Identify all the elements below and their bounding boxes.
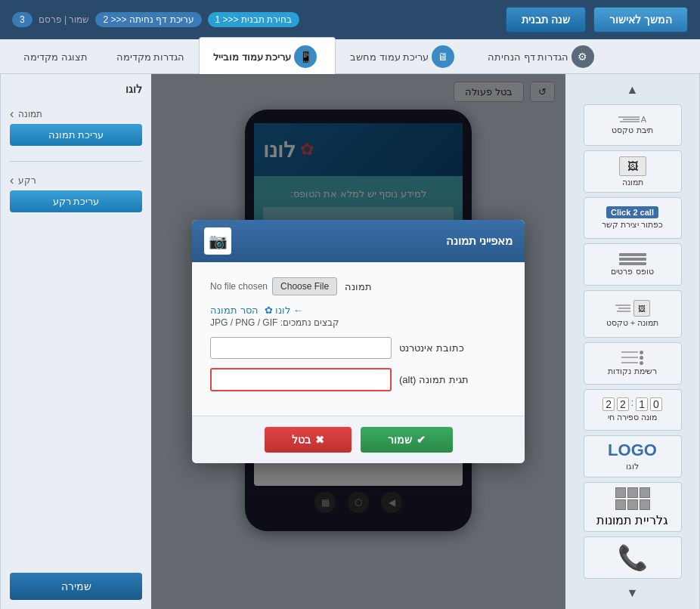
edit-image-button[interactable]: עריכת תמונה [10, 124, 142, 146]
click2call-label: כפתור יצירת קשר [602, 220, 663, 230]
gallery-icon [614, 486, 652, 512]
continue-button[interactable]: המשך לאישור [593, 7, 688, 32]
click2call-icon: Click 2 call [606, 206, 658, 218]
center-area: ↺ בטל פעולה ✿ לונו למידע נוסף יש למלא את… [151, 74, 565, 609]
image-row-label: תמונה [345, 281, 372, 292]
sidebar-item-imagetext[interactable]: 🖼 תמונה + טקסט [584, 290, 682, 338]
sidebar-item-logo[interactable]: LOGO לוגו [584, 435, 682, 477]
tab-mobile[interactable]: 📱 עריכת עמוד מובייל [199, 37, 336, 76]
sidebar: ▲ A תיבת טקסט 🖼 תמונה Click 2 call [565, 74, 700, 609]
tab-advanced[interactable]: הגדרות מקדימה [102, 43, 200, 70]
panel-image-label: תמונה [18, 109, 42, 119]
image-label: תמונה [622, 178, 643, 187]
url-input-row: כתובת אינטרנט [210, 337, 506, 359]
modal-body: תמונה No file chosen Choose File ← לונו … [192, 262, 525, 416]
sidebar-item-countdown[interactable]: 0 1 : 2 2 מונה ספירה חי [584, 389, 682, 431]
gear-icon: ⚙ [571, 45, 594, 68]
modal-header-icon: 📷 [204, 227, 231, 255]
modal-header: מאפייני תמונה 📷 [192, 220, 525, 262]
step1-badge: בחירת תבנית <<< 1 [208, 12, 300, 27]
panel-arrow-right: › [10, 107, 14, 121]
image-properties-modal: מאפייני תמונה 📷 תמונה No file chosen Cho… [192, 220, 525, 463]
panel-bg-label: רקע [18, 175, 36, 186]
change-template-button[interactable]: שנה תבנית [506, 7, 586, 32]
panel-logo-title: לוגו [10, 83, 142, 95]
panel-divider [10, 161, 142, 162]
cancel-x-icon: ✖ [315, 434, 324, 446]
image-links-row: ← לונו ✿ הסר תמונה קבצים נתמכים: JPG / P… [210, 304, 506, 328]
chevron-up-icon: ▲ [627, 83, 639, 97]
modal-overlay: מאפייני תמונה 📷 תמונה No file chosen Cho… [151, 74, 565, 609]
image-icon: 🖼 [619, 156, 646, 176]
save-check-icon: ✔ [417, 434, 426, 446]
form-label: טופס פרטים [611, 267, 653, 277]
alt-input-row: תגית תמונה (alt) [210, 368, 506, 391]
modal-title: מאפייני תמונה [446, 234, 513, 248]
url-input[interactable] [210, 337, 392, 359]
edit-bg-button[interactable]: עריכת רקע [10, 190, 142, 212]
form-icon [619, 253, 646, 265]
url-label: כתובת אינטרנט [399, 342, 464, 354]
save-button[interactable]: שמירה [10, 573, 142, 600]
gallery-label: גלריית תמונות [596, 513, 668, 527]
logo-icon: LOGO [608, 441, 657, 460]
step-indicators: בחירת תבנית <<< 1 עריכת דף נחיתה <<< 2 ש… [12, 12, 299, 27]
logo-link[interactable]: ← לונו ✿ [265, 304, 303, 316]
step2-badge: עריכת דף נחיתה <<< 2 [95, 12, 201, 27]
phone-icon: 📞 [618, 543, 648, 572]
imagetext-icon: 🖼 [615, 300, 650, 317]
sidebar-scroll-down[interactable]: ▼ [568, 583, 696, 603]
remove-image-link[interactable]: הסר תמונה [210, 304, 259, 316]
image-modal-icon: 📷 [209, 232, 228, 250]
nav-tabs: ⚙ הגדרות דף הנחיתה 🖥 עריכת עמוד מחשב 📱 ע… [0, 39, 700, 74]
modal-save-label: שמור [388, 434, 412, 446]
desktop-icon: 🖥 [432, 45, 454, 68]
textbox-label: תיבת טקסט [612, 125, 652, 135]
sidebar-item-form[interactable]: טופס פרטים [584, 243, 682, 285]
sidebar-item-click2call[interactable]: Click 2 call כפתור יצירת קשר [584, 197, 682, 239]
step3-badge: 3 [12, 12, 33, 27]
sidebar-item-phone[interactable]: 📞 [584, 536, 682, 578]
top-bar: המשך לאישור שנה תבנית בחירת תבנית <<< 1 … [0, 0, 700, 39]
step3-label: שמור | פרסם [39, 14, 90, 25]
tab-desktop[interactable]: 🖥 עריכת עמוד מחשב [336, 37, 473, 76]
panel-background-section: רקע › עריכת רקע [10, 174, 142, 215]
tab-settings[interactable]: ⚙ הגדרות דף הנחיתה [473, 37, 613, 76]
sidebar-item-list[interactable]: רשימת נקודות [584, 342, 682, 384]
tab-preview[interactable]: תצוגה מקדימה [9, 43, 102, 70]
modal-footer: ✔ שמור ✖ בטל [192, 416, 525, 463]
no-file-text: No file chosen [210, 281, 268, 292]
panel-spacer [10, 224, 142, 564]
alt-input[interactable] [210, 368, 392, 391]
textbox-icon: A [618, 115, 646, 124]
file-upload-row: תמונה No file chosen Choose File [210, 277, 506, 295]
top-bar-actions: המשך לאישור שנה תבנית [506, 7, 688, 32]
modal-save-button[interactable]: ✔ שמור [361, 427, 453, 453]
main-content: ▲ A תיבת טקסט 🖼 תמונה Click 2 call [0, 74, 700, 609]
formats-label: קבצים נתמכים: JPG / PNG / GIF [210, 317, 339, 328]
sidebar-item-gallery[interactable]: גלריית תמונות [584, 482, 682, 533]
list-label: רשימת נקודות [608, 366, 656, 376]
alt-label: תגית תמונה (alt) [399, 374, 469, 385]
sidebar-item-image[interactable]: 🖼 תמונה [584, 150, 682, 192]
imagetext-label: תמונה + טקסט [606, 318, 659, 328]
modal-cancel-button[interactable]: ✖ בטל [265, 427, 352, 453]
logo-label: לוגו [626, 462, 639, 471]
mobile-icon: 📱 [294, 45, 317, 68]
list-icon [621, 351, 643, 365]
countdown-label: מונה ספירה חי [608, 413, 657, 422]
panel-image-section: תמונה › עריכת תמונה [10, 107, 142, 149]
choose-file-button[interactable]: Choose File [272, 277, 337, 295]
countdown-icon: 0 1 : 2 2 [602, 397, 662, 411]
file-input-wrapper: No file chosen Choose File [210, 277, 337, 295]
modal-cancel-label: בטל [292, 434, 311, 446]
sidebar-scroll-up[interactable]: ▲ [568, 80, 696, 100]
panel-bg-arrow: › [10, 174, 14, 187]
right-panel: לוגו תמונה › עריכת תמונה רקע › עריכת רקע… [0, 74, 151, 609]
chevron-down-icon: ▼ [627, 586, 639, 600]
sidebar-item-textbox[interactable]: A תיבת טקסט [584, 104, 682, 146]
